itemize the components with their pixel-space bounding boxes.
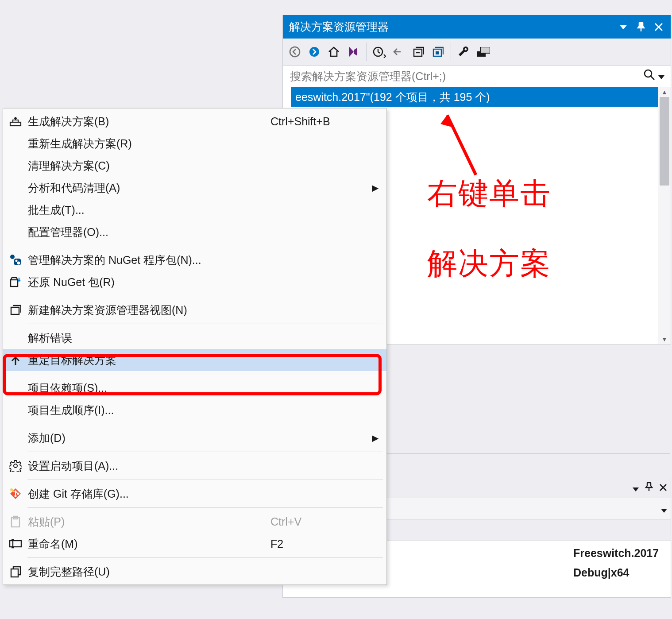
menu-item[interactable]: 添加(D)▶ <box>3 427 386 449</box>
menu-item[interactable]: 项目依赖项(S)... <box>3 377 386 399</box>
menu-item[interactable]: 配置管理器(O)... <box>3 221 386 243</box>
menu-item-label: 复制完整路径(U) <box>28 565 270 579</box>
svg-rect-29 <box>11 569 18 577</box>
menu-item: 粘贴(P)Ctrl+V <box>3 511 386 533</box>
menu-shortcut: Ctrl+Shift+B <box>270 115 363 128</box>
menu-item[interactable]: 项目生成顺序(I)... <box>3 399 386 421</box>
svg-rect-21 <box>11 307 19 314</box>
paste-icon <box>3 515 28 528</box>
svg-rect-6 <box>436 51 439 54</box>
context-menu: 生成解决方案(B)Ctrl+Shift+B重新生成解决方案(R)清理解决方案(C… <box>3 108 387 585</box>
menu-separator <box>27 424 383 424</box>
tree-selected-item[interactable]: eeswitch.2017"(192 个项目，共 195 个) <box>291 87 663 107</box>
menu-item[interactable]: 重定目标解决方案 <box>3 349 386 371</box>
back-icon[interactable] <box>286 43 304 61</box>
git-icon <box>3 487 28 500</box>
menu-separator <box>27 557 383 558</box>
svg-point-9 <box>645 70 652 77</box>
menu-item[interactable]: 新建解决方案资源管理器视图(N) <box>3 299 386 321</box>
chevron-down-icon[interactable] <box>661 503 667 515</box>
scrollbar[interactable]: ▲ ▼ <box>658 87 671 344</box>
svg-rect-8 <box>480 47 490 53</box>
panel-toolbar <box>283 39 671 66</box>
dropdown-icon[interactable] <box>615 19 632 35</box>
dropdown-icon[interactable] <box>633 482 639 494</box>
restore-icon <box>3 276 28 288</box>
menu-item-label: 管理解决方案的 NuGet 程序包(N)... <box>28 253 270 267</box>
history-icon[interactable] <box>370 43 389 61</box>
home-icon[interactable] <box>324 43 343 61</box>
menu-item[interactable]: 批生成(T)... <box>3 199 386 221</box>
svg-point-18 <box>15 260 18 262</box>
collapse-all-icon[interactable] <box>409 43 428 61</box>
submenu-arrow-icon: ▶ <box>363 433 378 443</box>
submenu-arrow-icon: ▶ <box>363 182 378 193</box>
menu-item[interactable]: 解析错误 <box>3 327 386 349</box>
svg-marker-11 <box>633 487 639 491</box>
svg-rect-17 <box>14 259 21 265</box>
forward-icon[interactable] <box>305 43 324 61</box>
menu-item[interactable]: 生成解决方案(B)Ctrl+Shift+B <box>3 110 386 132</box>
rename-icon <box>3 539 28 549</box>
menu-item-label: 配置管理器(O)... <box>28 225 270 240</box>
show-all-icon[interactable] <box>429 43 447 61</box>
svg-point-2 <box>309 47 319 57</box>
pin-icon[interactable] <box>645 482 653 494</box>
menu-item[interactable]: 重命名(M)F2 <box>3 533 386 555</box>
menu-item[interactable]: 分析和代码清理(A)▶ <box>3 177 386 199</box>
svg-point-1 <box>290 47 300 57</box>
chevron-down-icon[interactable] <box>658 70 666 82</box>
gear-icon <box>3 460 28 472</box>
menu-item[interactable]: 清理解决方案(C) <box>3 155 386 177</box>
menu-item-label: 重命名(M) <box>28 537 270 551</box>
svg-marker-0 <box>620 25 627 29</box>
preview-icon[interactable] <box>474 43 493 61</box>
scroll-thumb[interactable] <box>660 97 669 186</box>
close-icon[interactable] <box>650 19 667 35</box>
menu-item-label: 设置启动项目(A)... <box>28 459 270 473</box>
svg-marker-12 <box>661 509 667 513</box>
svg-point-19 <box>17 262 20 265</box>
svg-rect-15 <box>10 122 21 126</box>
menu-item[interactable]: 创建 Git 存储库(G)... <box>3 483 386 505</box>
menu-item-label: 还原 NuGet 包(R) <box>28 275 270 290</box>
nuget-icon <box>3 254 28 266</box>
scroll-down-icon[interactable]: ▼ <box>658 334 671 344</box>
menu-shortcut: Ctrl+V <box>270 515 363 528</box>
menu-item-label: 分析和代码清理(A) <box>28 181 270 195</box>
menu-item[interactable]: 重新生成解决方案(R) <box>3 132 386 155</box>
menu-separator <box>27 296 383 296</box>
menu-item-label: 项目生成顺序(I)... <box>28 403 270 418</box>
close-icon[interactable] <box>659 482 667 494</box>
pin-icon[interactable] <box>633 19 649 35</box>
menu-item-label: 重新生成解决方案(R) <box>28 136 270 151</box>
menu-shortcut: F2 <box>270 538 363 550</box>
build-icon <box>3 116 28 127</box>
menu-separator <box>27 374 383 374</box>
search-icon[interactable] <box>643 69 658 84</box>
svg-rect-20 <box>11 280 18 286</box>
properties-icon[interactable] <box>455 43 473 61</box>
menu-item[interactable]: 复制完整路径(U) <box>3 561 386 583</box>
menu-item[interactable]: 还原 NuGet 包(R) <box>3 271 386 293</box>
menu-separator <box>27 324 383 324</box>
menu-item-label: 项目依赖项(S)... <box>28 381 270 395</box>
menu-separator <box>27 246 383 246</box>
separator <box>366 43 367 61</box>
menu-item[interactable]: 管理解决方案的 NuGet 程序包(N)... <box>3 249 386 271</box>
menu-item-label: 添加(D) <box>28 431 270 445</box>
menu-item[interactable]: 设置启动项目(A)... <box>3 455 386 477</box>
scroll-up-icon[interactable]: ▲ <box>658 87 671 97</box>
panel-titlebar: 解决方案资源管理器 <box>283 15 671 39</box>
menu-item-label: 创建 Git 存储库(G)... <box>28 487 270 501</box>
menu-item-label: 粘贴(P) <box>28 515 270 529</box>
svg-marker-10 <box>658 75 664 79</box>
search-input[interactable] <box>289 66 643 86</box>
copy-icon <box>3 565 28 578</box>
menu-item-label: 解析错误 <box>28 331 270 345</box>
retgt-icon <box>3 354 28 366</box>
switch-views-icon[interactable] <box>344 43 363 61</box>
svg-point-25 <box>10 488 13 491</box>
view-icon <box>3 304 28 316</box>
svg-point-16 <box>10 255 15 259</box>
